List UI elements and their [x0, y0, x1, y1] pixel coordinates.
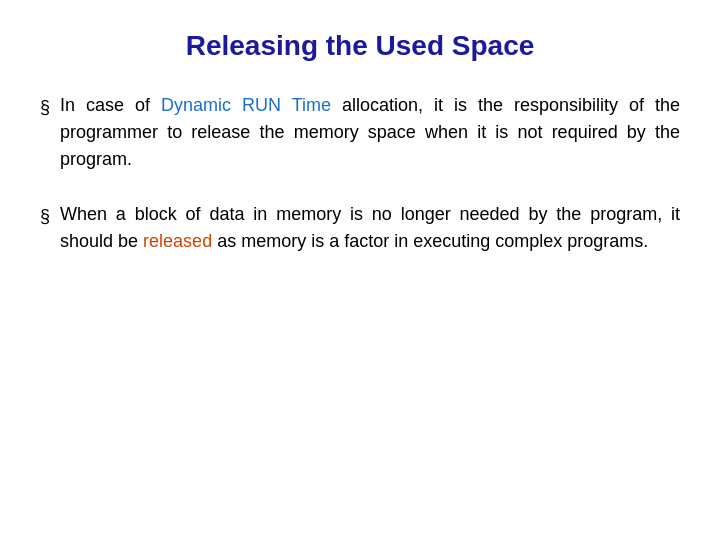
bullet-text-2: When a block of data in memory is no lon…	[60, 201, 680, 255]
bullet-text-1: In case of Dynamic RUN Time allocation, …	[60, 92, 680, 173]
bullet-symbol-2: §	[40, 203, 50, 230]
dynamic-run-time-highlight: Dynamic RUN Time	[161, 95, 331, 115]
bullet-item-2: § When a block of data in memory is no l…	[40, 201, 680, 255]
bullet-item-1: § In case of Dynamic RUN Time allocation…	[40, 92, 680, 173]
released-highlight: released	[143, 231, 212, 251]
slide-title: Releasing the Used Space	[40, 30, 680, 62]
content-area: § In case of Dynamic RUN Time allocation…	[40, 92, 680, 255]
bullet-symbol-1: §	[40, 94, 50, 121]
